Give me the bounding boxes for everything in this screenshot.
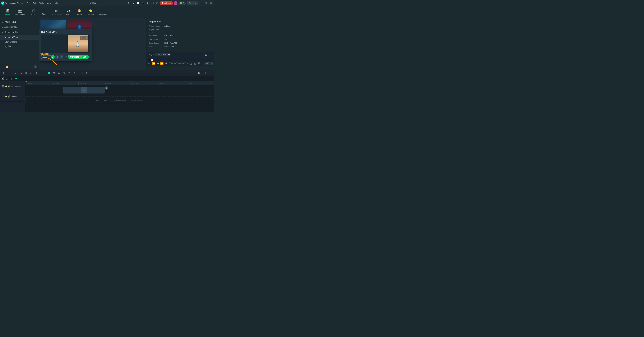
zoom-out-button[interactable]: − <box>184 71 188 75</box>
info-row-location: Project Files Location: / <box>148 29 184 33</box>
maximize-button[interactable]: ⧉ <box>204 2 208 4</box>
minimize-button[interactable]: — <box>199 2 204 4</box>
fullscreen-icon[interactable]: ⛶ <box>209 53 213 57</box>
text-button[interactable]: T <box>34 71 38 75</box>
scene-detect-button[interactable]: ⊞ <box>1 71 6 75</box>
sidebar-item-my-file[interactable]: My File <box>0 44 39 49</box>
user-avatar[interactable] <box>174 1 178 5</box>
menu-tools[interactable]: Tools <box>38 1 45 4</box>
step-back-button[interactable]: ⏪ <box>152 62 156 65</box>
add-audio-track-button[interactable]: 🎵 <box>6 77 9 80</box>
download-icon[interactable]: ⬇ <box>146 1 150 5</box>
loop-button[interactable]: ↻ <box>84 71 89 75</box>
zoom-handle[interactable] <box>198 72 200 74</box>
aspect-ratio-select[interactable]: 9:16 <box>204 62 213 65</box>
generate-help-icon[interactable]: ? <box>89 56 90 58</box>
progress-bar[interactable] <box>148 60 213 60</box>
current-time: 00:00:00:00 / 00:00:13:04 <box>169 62 188 64</box>
play-button[interactable]: ▶ <box>157 62 159 65</box>
sidebar-item-compound-clip[interactable]: ▶ Compound Clip <box>0 29 39 35</box>
timeline-tracks: 🎬 📂 🔊 👁 Video 1 🎵 📂 🔊 Audio 1 <box>0 81 214 112</box>
timeline-toolbar: ⊞ ✂ ↩ ↪ 🗑 ✂ T » ⏺ ⊡ ▶ 🛡 🎙 ⚙ ◇ ↻ − + ⋯ <box>0 70 214 76</box>
title-bar: W Wondershare Filmora File Edit Tools Vi… <box>0 0 214 6</box>
audio-track-icon[interactable]: 🎵 <box>1 95 4 98</box>
add-folder-icon[interactable]: 📁 <box>6 65 9 68</box>
refresh-icon-btn[interactable]: ↺ <box>64 55 68 59</box>
menu-edit[interactable]: Edit <box>32 1 38 4</box>
sidebar-item-adjustment-la[interactable]: ▶ Adjustment La... <box>0 24 39 29</box>
cut-button[interactable]: ✂ <box>29 71 34 75</box>
add-video-track-button[interactable]: 🎬 <box>1 77 4 80</box>
audio-record-button[interactable]: 🎙 <box>67 71 72 75</box>
step-forward-button[interactable]: ⏩ <box>160 62 164 65</box>
keyframe-button[interactable]: ◇ <box>80 71 84 75</box>
effects-icon: ✨ <box>67 9 70 13</box>
grid-view-icon[interactable]: ⊞ <box>204 53 208 57</box>
audio-import-icon[interactable]: 📂 <box>4 95 7 98</box>
info-label-duration: Duration: <box>148 46 164 48</box>
progress-handle[interactable] <box>151 59 153 61</box>
stop-button[interactable]: ⏹ <box>165 62 168 65</box>
toolbar-media[interactable]: 🎬 Media <box>2 8 12 16</box>
drop-zone-text: Drag and drop media and effects here to … <box>96 99 144 101</box>
playhead[interactable] <box>26 81 26 85</box>
video-track-clip-icon[interactable]: 🎬 <box>1 85 4 87</box>
cloud-sync-icon[interactable]: ☁ <box>132 1 136 5</box>
audio-mute-icon[interactable]: 🔊 <box>8 95 10 98</box>
zoom-more-button[interactable]: ⋯ <box>208 71 213 75</box>
media-icon: 🎬 <box>5 9 9 13</box>
volume-icon[interactable]: 🔊 <box>197 62 200 65</box>
headphones-icon[interactable]: 🎧 <box>151 1 154 5</box>
video-track-import-icon[interactable]: 📂 <box>4 85 7 87</box>
track-settings-button[interactable]: ⚙ <box>72 71 76 75</box>
export-button[interactable]: Export ▾ <box>186 1 198 5</box>
undo-button[interactable]: ↩ <box>14 71 18 75</box>
redo-button[interactable]: ↪ <box>19 71 23 75</box>
chevron-right-icon: ▶ <box>2 21 4 23</box>
menu-file[interactable]: File <box>26 1 32 4</box>
sidebar-item-start-creating[interactable]: Start Creating <box>0 40 39 44</box>
zoom-bar[interactable] <box>189 73 203 73</box>
menu-view[interactable]: View <box>46 1 52 4</box>
delete-clip-button[interactable]: 🗑 <box>84 36 88 40</box>
video-track-visibility-icon[interactable]: 👁 <box>11 85 13 87</box>
toolbar-effects[interactable]: ✨ Effects <box>64 8 74 16</box>
toolbar-stock-media[interactable]: 📷 Stock Media <box>13 8 28 16</box>
sidebar-item-influence-kit[interactable]: ▶ Influence Kit <box>0 19 39 24</box>
main-area: ▶ Influence Kit ▶ Adjustment La... ▶ Com… <box>0 18 214 70</box>
generate-button[interactable]: Generate 🟢 250 <box>68 55 89 59</box>
record-button[interactable]: ⏺ <box>46 71 51 75</box>
add-compound-button[interactable]: ⊞ <box>10 77 13 80</box>
purchase-button[interactable]: Purchase <box>160 1 173 5</box>
collapse-panel-button[interactable]: ◁ <box>34 65 37 68</box>
expand-icon[interactable]: ⛶ <box>201 62 203 65</box>
cast-icon[interactable]: 📺 <box>194 62 196 65</box>
more-button[interactable]: » <box>39 71 44 75</box>
toolbar-transitions[interactable]: ⊞ Transitions <box>50 8 63 16</box>
toolbar-filters[interactable]: 🎨 Filters <box>74 8 85 16</box>
grid-icon[interactable]: ⊞ <box>156 1 159 5</box>
snapshot-icon[interactable]: 📷 <box>190 62 192 65</box>
zoom-in-button[interactable]: + <box>204 71 208 75</box>
toolbar-stickers[interactable]: ⭐ Stickers <box>86 8 96 16</box>
toolbar-audio[interactable]: 🎵 Audio <box>28 8 38 16</box>
ripple-edit-button[interactable]: ✂ <box>6 71 11 75</box>
sidebar-item-image-to-video[interactable]: ▼ Image to Video <box>0 35 39 40</box>
delete-button[interactable]: 🗑 <box>24 71 28 75</box>
toolbar-titles[interactable]: T Titles <box>39 8 49 16</box>
transform-button[interactable]: ⊡ <box>52 71 56 75</box>
edit-clip-button[interactable]: ✏ <box>80 36 84 40</box>
subtitles-icon[interactable]: 💬 <box>136 1 140 5</box>
video-track-audio-icon[interactable]: 🔊 <box>8 85 10 87</box>
quality-select[interactable]: Full Quality 1/2 Quality 1/4 Quality <box>155 53 170 56</box>
toolbar-templates[interactable]: ⊡ Templates <box>97 8 109 16</box>
play-clip-button[interactable]: ▶ <box>57 71 61 75</box>
shield-button[interactable]: 🛡 <box>62 71 66 75</box>
phone-icon[interactable]: 📱 <box>141 1 145 5</box>
send-icon[interactable]: ✈ <box>127 1 131 5</box>
go-start-button[interactable]: ⏮ <box>148 62 151 65</box>
menu-help[interactable]: Help <box>52 1 59 4</box>
add-special-track-button[interactable]: ✤ <box>14 77 18 80</box>
close-button[interactable]: ✕ <box>209 2 213 4</box>
add-media-icon[interactable]: ＋ <box>2 65 4 68</box>
